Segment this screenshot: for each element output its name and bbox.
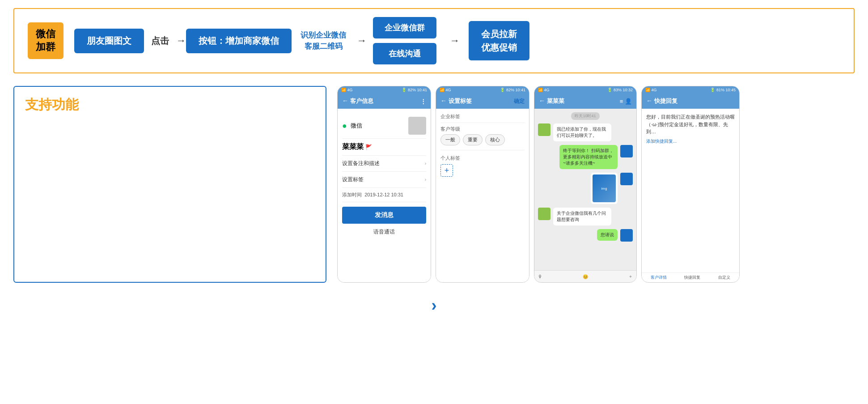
bottom-nav: › <box>0 287 868 324</box>
phone3-status-bar: 📶 4G 🔋 83% 10:32 <box>534 86 636 94</box>
phone2-level-row: 一般 重要 核心 <box>440 134 525 145</box>
phone3-msg2-bubble: 终于等到你！ 扫码加群，更多精彩内容持续放送中~请多多关注機~ <box>559 145 618 169</box>
chevron-right-icon[interactable]: › <box>432 296 437 315</box>
phone2-body: 企业标签 客户等级 一般 重要 核心 个人标签 + <box>436 109 529 282</box>
phone3-add-icon[interactable]: ＋ <box>628 273 633 280</box>
phone2-label-section: 企业标签 客户等级 一般 重要 核心 个人标签 + <box>436 109 529 181</box>
phone4-header: ←快捷回复 <box>642 94 739 109</box>
phone1-header: ←客户信息 ⋮ <box>338 94 431 109</box>
phone2-personal-title: 个人标签 <box>440 155 525 162</box>
left-panel-title: 支持功能 <box>25 96 315 114</box>
step1-box: 朋友圈图文 <box>74 29 144 53</box>
phone3-msg1-bubble: 我已经添加了你，现在我们可以开始聊天了。 <box>553 123 611 141</box>
phone3-msg1-row: 我已经添加了你，现在我们可以开始聊天了。 <box>538 123 633 141</box>
phone2-status-bar: 📶 4G 🔋 82% 10:41 <box>436 86 529 94</box>
phone1-add-time: 添加时间 2019-12-12 10:31 <box>342 188 426 202</box>
phone3-msg3-row: 关于企业微信我有几个问题想要咨询 <box>538 208 633 225</box>
phone4-footer-tabs: 客户详情 快捷回复 自定义 <box>642 272 739 282</box>
phone1-wechat-label: 微信 <box>351 122 362 130</box>
phone3-footer: 🎙 😊 ＋ <box>534 270 636 282</box>
phone1-voice-call[interactable]: 语音通话 <box>342 224 426 240</box>
phone4-tab2[interactable]: 快捷回复 <box>684 275 700 281</box>
phone1-name-row: 菜菜菜 🚩 <box>342 139 426 156</box>
arrow3-symbol: → <box>450 35 460 47</box>
phone3-mic-icon[interactable]: 🎙 <box>538 274 542 279</box>
bottom-section: 支持功能 📶 4G 🔋 82% 10:41 ←客户信息 ⋮ ● 微信 <box>0 81 868 287</box>
phone1-avatar <box>408 117 426 135</box>
phone3-img-inner: img <box>593 174 616 202</box>
phone4-mockup: 📶 4G 🔋 81% 10:45 ←快捷回复 您好，目前我们正在做圣诞的预热活动… <box>641 86 740 283</box>
phone3-avatar1 <box>538 123 550 136</box>
phone4-tab3[interactable]: 自定义 <box>718 275 730 281</box>
middle-label: 识别企业微信 客服二维码 <box>301 30 346 52</box>
phone3-avatar2 <box>620 145 633 157</box>
phone3-avatar3 <box>620 173 633 185</box>
phone4-greeting: 您好，目前我们正在做圣诞的预热活动喔（·ω·)预付定金送好礼，数量有限、先到… <box>646 113 735 136</box>
branch-boxes: 企业微信群 在线沟通 <box>373 17 436 64</box>
phone3-msg3-bubble: 关于企业微信我有几个问题想要咨询 <box>553 208 611 225</box>
phone4-status-bar: 📶 4G 🔋 81% 10:45 <box>642 86 739 94</box>
phone1-body: ● 微信 菜菜菜 🚩 设置备注和描述 › 设置标签 › <box>338 109 431 282</box>
phone2-level-core[interactable]: 核心 <box>485 134 505 145</box>
phone2-customer-level-title: 客户等级 <box>440 126 525 132</box>
phone4-quick-reply-area: 您好，目前我们正在做圣诞的预热活动喔（·ω·)预付定金送好礼，数量有限、先到… … <box>642 109 739 149</box>
arrow2-symbol: → <box>357 35 367 47</box>
phone3-mockup: 📶 4G 🔋 83% 10:32 ←菜菜菜 ≡ 👤 昨天10时41 我已经添加了… <box>534 86 637 283</box>
phone1-mockup: 📶 4G 🔋 82% 10:41 ←客户信息 ⋮ ● 微信 菜菜菜 🚩 <box>337 86 431 283</box>
phone4-add-link[interactable]: 添加快捷回复... <box>646 138 735 145</box>
phone1-customer-name: 菜菜菜 <box>342 142 364 152</box>
step2-box: 按钮：增加商家微信 <box>186 29 292 53</box>
phone2-level-important[interactable]: 重要 <box>463 134 483 145</box>
arrow1-symbol: → <box>176 35 186 47</box>
phone3-msg4-bubble: 您请说 <box>597 229 618 241</box>
phone3-emoji-icon[interactable]: 😊 <box>583 274 588 279</box>
phone3-chat-body: 昨天10时41 我已经添加了你，现在我们可以开始聊天了。 终于等到你！ 扫码加群… <box>534 109 636 270</box>
arrow1-label: 点击 <box>151 35 169 47</box>
phone3-msg2-row: 终于等到你！ 扫码加群，更多精彩内容持续放送中~请多多关注機~ <box>538 145 633 169</box>
phone1-set-label[interactable]: 设置标签 › <box>342 172 426 188</box>
phone2-confirm-btn[interactable]: 确定 <box>514 98 525 105</box>
wechat-icon: ● <box>342 121 347 131</box>
phone3-avatar4 <box>538 208 550 220</box>
phone3-timestamp: 昨天10时41 <box>571 112 599 120</box>
flow-diagram: 微信 加群 朋友圈图文 点击 → 按钮：增加商家微信 识别企业微信 客服二维码 … <box>13 8 855 73</box>
phone4-tab1[interactable]: 客户详情 <box>651 275 667 281</box>
phone2-mockup: 📶 4G 🔋 82% 10:41 ←设置标签 确定 企业标签 客户等级 一般 重… <box>436 86 529 283</box>
phone2-add-label-btn[interactable]: + <box>440 164 453 177</box>
branch1-box: 企业微信群 <box>373 17 436 38</box>
left-panel: 支持功能 <box>13 86 326 283</box>
phone1-send-msg-btn[interactable]: 发消息 <box>342 207 426 224</box>
phone1-red-flag: 🚩 <box>365 144 372 150</box>
phone2-level-general[interactable]: 一般 <box>440 134 460 145</box>
phone3-avatar5 <box>620 229 633 242</box>
phone2-enterprise-title: 企业标签 <box>440 113 525 120</box>
weixin-badge: 微信 加群 <box>28 22 64 59</box>
phone4-body: 您好，目前我们正在做圣诞的预热活动喔（·ω·)预付定金送好礼，数量有限、先到… … <box>642 109 739 272</box>
branch2-box: 在线沟通 <box>373 43 436 64</box>
phone3-img-bubble: img <box>591 173 618 204</box>
phone3-img-row: img <box>538 173 633 204</box>
phone1-status-bar: 📶 4G 🔋 82% 10:41 <box>338 86 431 94</box>
phone1-wechat-row: ● 微信 <box>342 113 426 139</box>
phone2-header: ←设置标签 确定 <box>436 94 529 109</box>
phones-container: 📶 4G 🔋 82% 10:41 ←客户信息 ⋮ ● 微信 菜菜菜 🚩 <box>337 86 855 283</box>
phone3-header: ←菜菜菜 ≡ 👤 <box>534 94 636 109</box>
final-box: 会员拉新 优惠促销 <box>469 21 529 60</box>
phone3-msg4-row: 您请说 <box>538 229 633 242</box>
phone1-set-note[interactable]: 设置备注和描述 › <box>342 156 426 172</box>
